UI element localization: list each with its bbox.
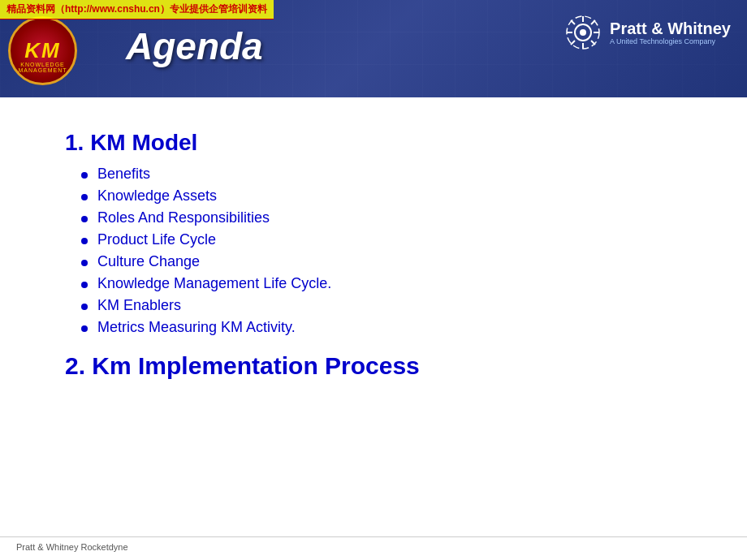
list-item: Roles And Responsibilities xyxy=(81,209,682,226)
bullet-dot xyxy=(81,216,88,222)
bullet-dot xyxy=(81,304,88,310)
bullet-dot xyxy=(81,238,88,244)
header: 精品资料网（http://www.cnshu.cn）专业提供企管培训资料 KM … xyxy=(0,0,747,97)
list-item: Knowledge Assets xyxy=(81,187,682,205)
list-item: Knowledge Management Life Cycle. xyxy=(81,275,682,292)
bullet-text: Knowledge Assets xyxy=(97,187,217,205)
km-logo-subtitle: KNOWLEDGE MANAGEMENT xyxy=(11,62,75,73)
km-logo: KM KNOWLEDGE MANAGEMENT xyxy=(8,16,114,89)
bullet-text: Roles And Responsibilities xyxy=(97,209,270,226)
list-item: KM Enablers xyxy=(81,297,682,314)
page-title: Agenda xyxy=(126,24,263,68)
km-logo-text: KM xyxy=(24,38,60,63)
bullet-text: Knowledge Management Life Cycle. xyxy=(97,275,331,292)
pw-text-block: Pratt & Whitney A United Technologies Co… xyxy=(610,19,731,46)
section1-heading: 1. KM Model xyxy=(65,130,682,156)
bullet-text: KM Enablers xyxy=(97,297,181,314)
watermark-bar: 精品资料网（http://www.cnshu.cn）专业提供企管培训资料 xyxy=(0,0,274,19)
list-item: Culture Change xyxy=(81,253,682,270)
bullet-text: Product Life Cycle xyxy=(97,231,216,248)
bullet-text: Benefits xyxy=(97,166,150,183)
bullet-dot xyxy=(81,172,88,179)
footer-text: Pratt & Whitney Rocketdyne xyxy=(16,542,128,552)
pw-logo: Pratt & Whitney A United Technologies Co… xyxy=(563,12,731,53)
bullet-dot xyxy=(81,260,88,266)
bullet-dot xyxy=(81,194,88,200)
footer: Pratt & Whitney Rocketdyne xyxy=(16,542,128,552)
watermark-text: 精品资料网（http://www.cnshu.cn）专业提供企管培训资料 xyxy=(6,3,267,15)
bullet-text: Culture Change xyxy=(97,253,200,270)
svg-line-9 xyxy=(571,41,575,45)
bullet-text: Metrics Measuring KM Activity. xyxy=(97,319,296,336)
section2-heading: 2. Km Implementation Process xyxy=(65,352,682,380)
gear-icon xyxy=(563,12,603,53)
footer-divider xyxy=(0,536,747,537)
km-logo-circle: KM KNOWLEDGE MANAGEMENT xyxy=(8,16,77,85)
section1-bullet-list: Benefits Knowledge Assets Roles And Resp… xyxy=(65,166,682,336)
list-item: Metrics Measuring KM Activity. xyxy=(81,319,682,336)
svg-point-1 xyxy=(580,29,586,36)
list-item: Product Life Cycle xyxy=(81,231,682,248)
main-content: 1. KM Model Benefits Knowledge Assets Ro… xyxy=(0,97,747,396)
bullet-dot xyxy=(81,282,88,288)
pw-main-name: Pratt & Whitney xyxy=(610,19,731,37)
list-item: Benefits xyxy=(81,166,682,183)
pw-sub-name: A United Technologies Company xyxy=(610,37,731,46)
bullet-dot xyxy=(81,325,88,332)
